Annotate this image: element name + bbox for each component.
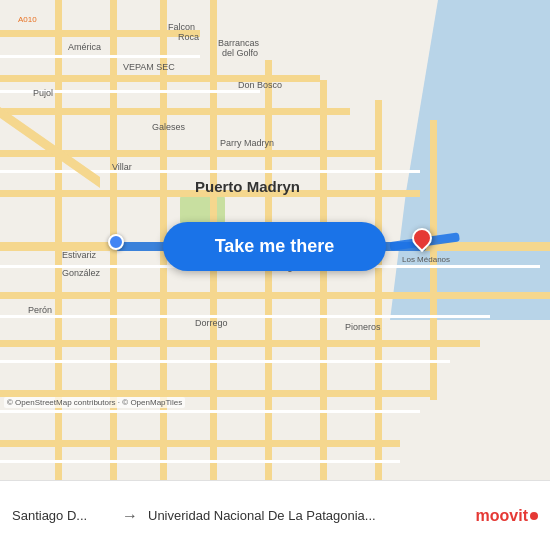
route-to-label: Univeridad Nacional De La Patagonia... — [148, 508, 476, 523]
moovit-dot — [530, 512, 538, 520]
origin-marker — [108, 234, 124, 250]
destination-marker — [412, 228, 432, 256]
destination-pin — [408, 224, 436, 252]
route-from-label: Santiago D... — [12, 508, 112, 523]
route-arrow-icon: → — [122, 507, 138, 525]
street-h6 — [0, 360, 450, 363]
moovit-logo: moovit — [476, 507, 538, 525]
road-h6 — [0, 292, 550, 299]
label-don-bosco: Don Bosco — [238, 80, 282, 90]
label-galeses: Galeses — [152, 122, 185, 132]
label-vepam: VEPAM SEC — [123, 62, 175, 72]
route-info: Santiago D... → Univeridad Nacional De L… — [12, 507, 538, 525]
take-me-there-button[interactable]: Take me there — [163, 222, 386, 271]
label-villar: Villar — [112, 162, 132, 172]
route-to: Univeridad Nacional De La Patagonia... — [148, 508, 476, 523]
moovit-text: moovit — [476, 507, 528, 525]
label-pioneros: Pioneros — [345, 322, 381, 332]
label-peron: Perón — [28, 305, 52, 315]
diagonal-road-area — [0, 0, 100, 200]
street-h5 — [0, 315, 490, 318]
map-container: Puerto Madryn América Pujol VEPAM SEC Fa… — [0, 0, 550, 480]
label-falcon: Falcon — [168, 22, 195, 32]
label-los-medanos: Los Médanos — [402, 255, 450, 264]
road-v7 — [375, 100, 382, 480]
street-h8 — [0, 460, 400, 463]
route-from: Santiago D... — [12, 508, 112, 523]
street-h7 — [0, 410, 420, 413]
label-gonzalez: González — [62, 268, 100, 278]
road-h7 — [0, 340, 480, 347]
green-area-1 — [180, 195, 225, 225]
label-estivariz: Estivariz — [62, 250, 96, 260]
take-me-there-label: Take me there — [215, 236, 335, 257]
city-label: Puerto Madryn — [195, 178, 300, 195]
label-del-golfo: del Golfo — [222, 48, 258, 58]
road-v6 — [320, 80, 327, 480]
bottom-bar: Santiago D... → Univeridad Nacional De L… — [0, 480, 550, 550]
label-dorrego-area: Dorrego — [195, 318, 228, 328]
label-barrancas: Barrancas — [218, 38, 259, 48]
osm-credit: © OpenStreetMap contributors · © OpenMap… — [4, 397, 185, 408]
label-roca: Roca — [178, 32, 199, 42]
label-parry: Parry Madryn — [220, 138, 274, 148]
